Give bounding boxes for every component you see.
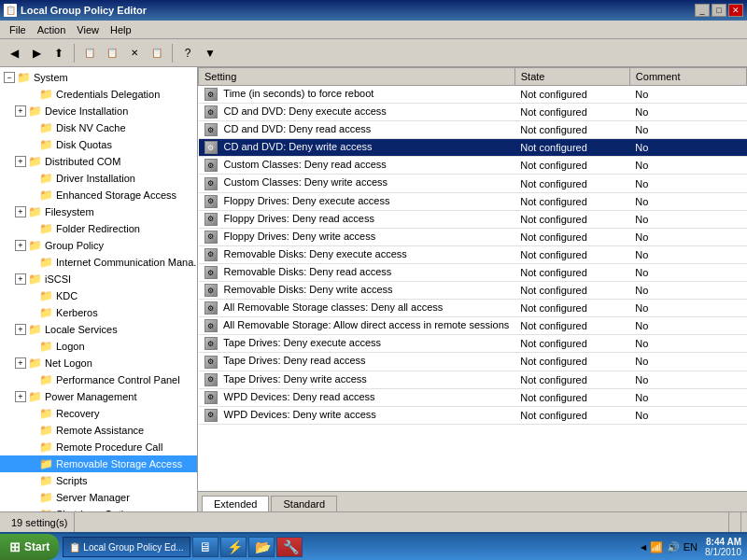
tree-label-enhanced-storage: Enhanced Storage Access xyxy=(56,189,176,201)
taskbar-item-2[interactable]: 🖥 xyxy=(192,537,218,557)
setting-comment: No xyxy=(629,139,746,157)
table-row[interactable]: ⚙ Custom Classes: Deny write access Not … xyxy=(199,175,747,192)
folder-icon-perf-control: 📁 xyxy=(39,373,53,386)
help-button[interactable]: ? xyxy=(177,43,198,63)
table-row[interactable]: ⚙ WPD Devices: Deny write access Not con… xyxy=(199,406,747,424)
tree-item-perf-control[interactable]: 📁 Performance Control Panel xyxy=(0,371,197,388)
tree-item-enhanced-storage[interactable]: 📁 Enhanced Storage Access xyxy=(0,187,197,203)
table-row[interactable]: ⚙ Time (in seconds) to force reboot Not … xyxy=(199,86,747,104)
tree-item-rpc[interactable]: 📁 Remote Procedure Call xyxy=(0,439,197,455)
setting-icon: ⚙ xyxy=(204,213,218,226)
forward-button[interactable]: ▶ xyxy=(26,43,47,63)
close-button[interactable]: ✕ xyxy=(728,4,743,17)
table-row[interactable]: ⚙ Tape Drives: Deny write access Not con… xyxy=(199,371,747,388)
back-button[interactable]: ◀ xyxy=(4,43,24,63)
table-row[interactable]: ⚙ CD and DVD: Deny read access Not confi… xyxy=(199,121,747,139)
tree-item-group-policy[interactable]: + 📁 Group Policy xyxy=(0,237,197,254)
up-button[interactable]: ⬆ xyxy=(49,43,69,63)
start-button[interactable]: ⊞ Start xyxy=(0,534,59,560)
tree-item-disk-quotas[interactable]: 📁 Disk Quotas xyxy=(0,136,197,153)
delete-button[interactable]: ✕ xyxy=(124,43,145,63)
table-row[interactable]: ⚙ Floppy Drives: Deny read access Not co… xyxy=(199,210,747,228)
col-comment[interactable]: Comment xyxy=(629,68,746,86)
taskbar-item-4[interactable]: 📂 xyxy=(248,537,275,557)
folder-icon-disk-nv: 📁 xyxy=(39,121,53,134)
tree-item-disk-nv[interactable]: 📁 Disk NV Cache xyxy=(0,119,197,136)
tree-item-filesystem[interactable]: + 📁 Filesystem xyxy=(0,203,197,220)
table-row[interactable]: ⚙ All Removable Storage classes: Deny al… xyxy=(199,300,747,317)
tree-item-iscsi[interactable]: + 📁 iSCSI xyxy=(0,271,197,287)
table-row[interactable]: ⚙ Tape Drives: Deny execute access Not c… xyxy=(199,335,747,353)
setting-comment: No xyxy=(629,192,746,210)
tree-item-recovery[interactable]: 📁 Recovery xyxy=(0,405,197,422)
expand-locale[interactable]: + xyxy=(15,324,26,335)
right-wrapper: Setting State Comment ⚙ Time ( xyxy=(198,67,747,511)
col-setting[interactable]: Setting xyxy=(199,68,515,86)
table-row[interactable]: ⚙ CD and DVD: Deny execute access Not co… xyxy=(199,104,747,121)
expand-net-logon[interactable]: + xyxy=(15,357,26,369)
table-row[interactable]: ⚙ All Removable Storage: Allow direct ac… xyxy=(199,317,747,335)
setting-name: Removable Disks: Deny execute access xyxy=(224,248,407,259)
setting-name: All Removable Storage classes: Deny all … xyxy=(223,301,443,313)
expand-group-policy[interactable]: + xyxy=(15,240,26,251)
expand-filesystem[interactable]: + xyxy=(15,206,26,217)
tree-item-device-install[interactable]: + 📁 Device Installation xyxy=(0,103,197,119)
show-hide-button[interactable]: 📋 xyxy=(79,43,100,63)
setting-comment: No xyxy=(629,210,746,228)
filter-button[interactable]: ▼ xyxy=(200,43,220,63)
expand-distributed-com[interactable]: + xyxy=(15,156,26,167)
table-row[interactable]: ⚙ Removable Disks: Deny write access Not… xyxy=(199,282,747,300)
tree-item-credentials[interactable]: 📁 Credentials Delegation xyxy=(0,86,197,103)
tree-item-logon[interactable]: 📁 Logon xyxy=(0,338,197,355)
tree-item-folder-redirect[interactable]: 📁 Folder Redirection xyxy=(0,220,197,237)
tree-item-system[interactable]: − 📁 System xyxy=(0,69,197,86)
setting-name: CD and DVD: Deny write access xyxy=(224,141,373,152)
tree-item-power-mgmt[interactable]: + 📁 Power Management xyxy=(0,388,197,405)
tree-item-distributed-com[interactable]: + 📁 Distributed COM xyxy=(0,153,197,170)
tab-extended[interactable]: Extended xyxy=(202,496,269,511)
table-row[interactable]: ⚙ Custom Classes: Deny read access Not c… xyxy=(199,157,747,175)
tree-item-driver-install[interactable]: 📁 Driver Installation xyxy=(0,170,197,187)
table-row[interactable]: ⚙ WPD Devices: Deny read access Not conf… xyxy=(199,388,747,406)
taskbar-item-3[interactable]: ⚡ xyxy=(220,537,247,557)
expand-device-install[interactable]: + xyxy=(15,105,26,117)
tree-item-scripts[interactable]: 📁 Scripts xyxy=(0,472,197,489)
table-row[interactable]: ⚙ Removable Disks: Deny execute access N… xyxy=(199,245,747,263)
tab-standard[interactable]: Standard xyxy=(271,496,337,511)
properties-button[interactable]: 📋 xyxy=(147,43,167,63)
status-empty xyxy=(75,512,729,532)
menu-view[interactable]: View xyxy=(71,22,105,37)
minimize-button[interactable]: _ xyxy=(695,4,710,17)
tree-item-kdc[interactable]: 📁 KDC xyxy=(0,287,197,304)
tree-item-server-manager[interactable]: 📁 Server Manager xyxy=(0,489,197,506)
tree-item-net-logon[interactable]: + 📁 Net Logon xyxy=(0,355,197,371)
expand-system[interactable]: − xyxy=(4,72,15,83)
table-row[interactable]: ⚙ Floppy Drives: Deny execute access Not… xyxy=(199,192,747,210)
col-state[interactable]: State xyxy=(514,68,629,86)
tree-item-remote-assistance[interactable]: 📁 Remote Assistance xyxy=(0,422,197,439)
table-row[interactable]: ⚙ Floppy Drives: Deny write access Not c… xyxy=(199,228,747,245)
setting-comment: No xyxy=(629,157,746,175)
table-row[interactable]: ⚙ CD and DVD: Deny write access Not conf… xyxy=(199,139,747,157)
maximize-button[interactable]: □ xyxy=(712,4,726,17)
tree-item-kerberos[interactable]: 📁 Kerberos xyxy=(0,304,197,321)
copy-button[interactable]: 📋 xyxy=(102,43,122,63)
taskbar-item-5[interactable]: 🔧 xyxy=(276,537,303,557)
tree-item-removable-storage[interactable]: 📁 Removable Storage Access xyxy=(0,455,197,472)
expand-iscsi[interactable]: + xyxy=(15,273,26,285)
taskbar-item-gpe[interactable]: 📋 Local Group Policy Ed... xyxy=(63,537,190,557)
tree-label-locale: Locale Services xyxy=(45,324,118,335)
tree-item-internet-comm[interactable]: 📁 Internet Communication Mana... xyxy=(0,254,197,271)
setting-state: Not configured xyxy=(514,245,629,263)
menu-file[interactable]: File xyxy=(4,22,32,37)
tree-label-remote-assistance: Remote Assistance xyxy=(56,425,144,436)
expand-power-mgmt[interactable]: + xyxy=(15,391,26,402)
sys-tray: ◀ 📶 🔊 EN xyxy=(633,541,705,553)
menu-help[interactable]: Help xyxy=(105,22,137,37)
table-row[interactable]: ⚙ Removable Disks: Deny read access Not … xyxy=(199,263,747,281)
menu-bar: File Action View Help xyxy=(0,21,747,39)
tray-arrow[interactable]: ◀ xyxy=(641,543,646,552)
tree-item-locale[interactable]: + 📁 Locale Services xyxy=(0,321,197,338)
menu-action[interactable]: Action xyxy=(32,22,72,37)
table-row[interactable]: ⚙ Tape Drives: Deny read access Not conf… xyxy=(199,353,747,371)
